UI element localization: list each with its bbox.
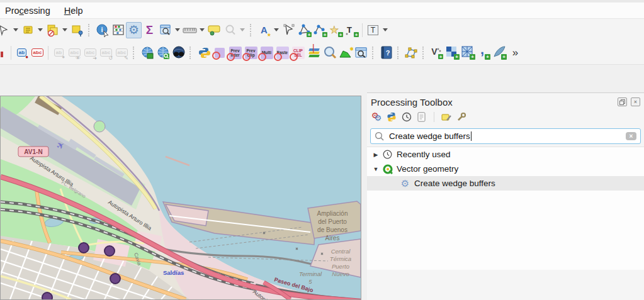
show-statistics-sigma-icon[interactable]: Σ (142, 22, 157, 38)
search-input[interactable]: Create wedge buffers × (370, 128, 641, 144)
text-box-dropdown[interactable] (383, 28, 388, 31)
zoom-plugin-icon[interactable] (322, 45, 337, 61)
tree-item-vector-geometry[interactable]: ▼ Vector geometry (367, 162, 644, 176)
svg-text:?: ? (385, 49, 390, 57)
toolbar-digitizing-attributes: i ⚙ Σ A ★ (0, 18, 644, 41)
clip-sel-plugin-icon[interactable]: CLIPSEL (290, 45, 306, 61)
panel-toolbar-separator (434, 112, 434, 122)
measure-icon[interactable] (182, 22, 198, 38)
zoom-dropdown[interactable] (175, 28, 180, 31)
checker-plus-icon[interactable]: + (444, 45, 460, 61)
vertex-tool-icon[interactable] (0, 22, 11, 38)
toolbar-grip[interactable] (250, 24, 253, 36)
simplify-polygon-icon[interactable]: ✸ (337, 45, 353, 61)
text-box-tool-icon[interactable]: T (365, 22, 381, 38)
toolbar-overflow-chevron[interactable]: » (507, 45, 523, 61)
menu-help[interactable]: Help (64, 6, 83, 16)
svg-text:+: + (486, 54, 489, 60)
algorithm-tree: ▶ Recently used ▼ Vector geometry ⚙ Crea… (367, 147, 644, 270)
zoom-to-selection-icon[interactable] (353, 45, 369, 61)
multiedit-attributes-icon[interactable] (20, 22, 36, 38)
identify-features-icon[interactable]: i (94, 22, 110, 38)
prev-clip-plugin-icon[interactable]: PrevClip (243, 45, 259, 61)
collapse-arrow-icon[interactable]: ▼ (372, 166, 380, 172)
toolbar-grip[interactable] (133, 47, 136, 59)
text-annotation-icon[interactable]: T+ (344, 22, 359, 38)
layers-compare-icon[interactable]: | (306, 45, 322, 61)
line-annotation-icon[interactable]: + (312, 22, 328, 38)
annotation-layer-icon[interactable]: A ★ (256, 22, 272, 38)
tree-item-label: Vector geometry (397, 164, 458, 174)
multiedit-dropdown[interactable] (38, 28, 43, 31)
highlight-pinned-labels-icon[interactable]: ab ● (14, 45, 30, 61)
move-label-icon[interactable]: abc➜ (82, 45, 98, 61)
zoom-to-layer-icon[interactable] (157, 22, 173, 38)
search-icon (375, 131, 384, 141)
pin-labels-icon[interactable]: ab● (51, 45, 67, 61)
toolbar-grip[interactable] (397, 47, 400, 59)
svg-text:+: + (439, 53, 442, 59)
toolbar-grip[interactable] (189, 47, 193, 59)
history-icon[interactable] (401, 111, 412, 123)
toolbar-grip[interactable] (88, 24, 91, 36)
change-label-icon[interactable]: abc✎ (114, 45, 130, 61)
results-viewer-icon[interactable] (416, 111, 427, 123)
marker-annotation-icon[interactable]: ★+ (328, 22, 344, 38)
copy-features-icon[interactable] (45, 22, 60, 38)
zoom-last-dropdown[interactable] (240, 28, 245, 31)
map-tips-icon[interactable] (206, 22, 222, 38)
panel-float-button[interactable] (618, 97, 627, 106)
help-icon[interactable]: ? (378, 45, 394, 61)
polygon-annotation-icon[interactable]: + (297, 22, 312, 38)
algorithm-gear-icon: ⚙ (400, 178, 410, 189)
scripts-python-icon[interactable] (386, 111, 397, 123)
toolbar-grip[interactable] (422, 47, 426, 59)
tree-item-recently-used[interactable]: ▶ Recently used (367, 147, 644, 162)
annotation-dropdown[interactable] (274, 28, 279, 31)
multi-plugin-icon[interactable]: Multi (259, 45, 274, 61)
paste-plugin-icon[interactable]: Paste (274, 45, 290, 61)
svg-text:del Puerto: del Puerto (318, 218, 347, 225)
globe-binoculars-icon[interactable] (171, 45, 186, 61)
zoom-last-icon[interactable] (222, 22, 238, 38)
rotate-label-icon[interactable]: abc↺ (98, 45, 114, 61)
plugin-circle-icon[interactable] (212, 45, 227, 61)
panel-close-button[interactable]: × (631, 97, 640, 106)
menu-processing[interactable]: Processing (5, 6, 50, 16)
feather-plus-icon[interactable]: + (492, 45, 507, 61)
expand-arrow-icon[interactable]: ▶ (372, 152, 380, 158)
prev-inter-plugin-icon[interactable]: PrevInter (227, 45, 243, 61)
models-icon[interactable]: ⚙ ⚙ (371, 111, 382, 123)
svg-text:,: , (480, 45, 483, 57)
unplaced-labels-icon[interactable]: abc (30, 45, 45, 61)
python-console-icon[interactable] (196, 45, 212, 61)
measure-dropdown[interactable] (200, 28, 205, 31)
statistical-summary-icon[interactable] (110, 22, 126, 38)
point-feature (79, 243, 89, 253)
map-canvas[interactable]: ✈ AV1-N Autopista Arturo Illia FC. Belgr… (0, 96, 361, 300)
svg-text:T: T (347, 25, 352, 35)
comma-plus-icon[interactable]: ,+ (476, 45, 492, 61)
options-wrench-icon[interactable] (456, 111, 467, 123)
toolbar-grip[interactable] (372, 47, 375, 59)
quickmapservices-globe-icon[interactable] (139, 45, 155, 61)
geometry-checker-icon[interactable] (404, 45, 419, 61)
chart-icon[interactable] (0, 45, 8, 61)
point-feature (42, 292, 52, 299)
place-label: Saldías (163, 269, 184, 276)
vertex-tool-dropdown[interactable] (13, 28, 18, 31)
panel-toolbar: ⚙ ⚙ (367, 109, 644, 125)
edit-features-in-place-icon[interactable] (441, 111, 452, 123)
show-hide-labels-icon[interactable]: abc👁 (67, 45, 82, 61)
copy-features-dropdown[interactable] (62, 28, 67, 31)
grid-clip-plus-icon[interactable]: + (460, 45, 476, 61)
vector-check-plus-icon[interactable]: V+ (429, 45, 444, 61)
modify-annotations-icon[interactable] (281, 22, 297, 38)
move-feature-icon[interactable] (69, 22, 85, 38)
svg-text:V: V (431, 47, 438, 57)
tree-item-create-wedge-buffers[interactable]: ⚙ Create wedge buffers (367, 176, 644, 191)
clear-search-icon[interactable]: × (626, 132, 636, 140)
svg-text:+: + (339, 31, 342, 37)
globe-search-icon[interactable] (155, 45, 171, 61)
processing-toolbox-button[interactable]: ⚙ (126, 22, 142, 38)
